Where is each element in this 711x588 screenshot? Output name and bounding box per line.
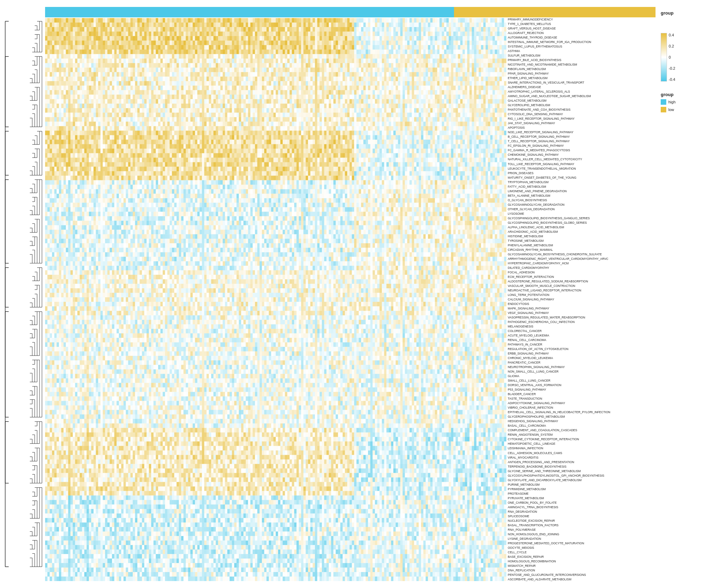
- scale-label-neg02: -0.2: [669, 66, 675, 70]
- row-label: PYRIMIDINE_METABOLISM: [508, 488, 656, 491]
- row-label: CYTOKINE_CYTOKINE_RECEPTOR_INTERACTION: [508, 438, 656, 441]
- row-label: ASTHMA: [508, 50, 656, 53]
- row-label: GLYCOSPHINGOLIPID_BIOSYNTHESIS_GLOBO_SER…: [508, 221, 656, 224]
- row-label: COLORECTAL_CANCER: [508, 330, 656, 333]
- row-label: GLYCOSPHINGOLIPID_BIOSYNTHESIS_GANGLIO_S…: [508, 217, 656, 220]
- row-label: DILATED_CARDIOMYOPATHY: [508, 266, 656, 270]
- row-label: RIBOFLAVIN_METABOLISM: [508, 68, 656, 71]
- row-label: AMYOTROPHIC_LATERAL_SCLEROSIS_ALS: [508, 90, 656, 93]
- group-bar: [45, 7, 656, 17]
- row-label: AMINOACYL_TRNA_BIOSYNTHESIS: [508, 506, 656, 509]
- row-label: TASTE_TRANSDUCTION: [508, 397, 656, 400]
- row-label: MAPK_SIGNALING_PATHWAY: [508, 307, 656, 310]
- row-label: PHENYLALANINE_METABOLISM: [508, 244, 656, 247]
- row-label: BASAL_TRANSCRIPTION_FACTORS: [508, 524, 656, 527]
- scale-label-neg04: -0.4: [669, 77, 675, 82]
- row-label: GALACTOSE_METABOLISM: [508, 99, 656, 102]
- row-label: HOMOLOGOUS_RECOMBINATION: [508, 560, 656, 563]
- row-label: GLYCOSYLPHOSPHATIDYLINOSITOL_GPI_ANCHOR_…: [508, 474, 656, 477]
- row-label: CHRONIC_MYELOID_LEUKEMIA: [508, 357, 656, 360]
- group-label-top: group: [661, 10, 708, 16]
- row-label: PANTOTHENATE_AND_COA_BIOSYNTHESIS: [508, 108, 656, 111]
- row-label: NEUROTROPHIN_SIGNALING_PATHWAY: [508, 366, 656, 369]
- row-label: PRIMARY_IMMUNODEFICIENCY: [508, 18, 656, 21]
- row-label: PROGESTERONE_MEDIATED_OOCYTE_MATURATION: [508, 542, 656, 545]
- row-label: FOCAL_ADHESION: [508, 271, 656, 274]
- row-label: ERBB_SIGNALING_PATHWAY: [508, 352, 656, 355]
- row-label: REGULATION_OF_ACTIN_CYTOSKELETON: [508, 348, 656, 351]
- row-label: RNA_POLYMERASE: [508, 528, 656, 531]
- row-label: FC_EPSILON_RI_SIGNALING_PATHWAY: [508, 144, 656, 147]
- row-label: TOLL_LIKE_RECEPTOR_SIGNALING_PATHWAY: [508, 163, 656, 166]
- row-label: VEGF_SIGNALING_PATHWAY: [508, 312, 656, 315]
- row-label: ASCORBATE_AND_ALDARATE_METABOLISM: [508, 578, 656, 581]
- color-scale-bar: [661, 33, 667, 82]
- row-label: FC_GAMMA_R_MEDIATED_PHAGOCYTOSIS: [508, 149, 656, 152]
- row-label: ARACHIDONIC_ACID_METABOLISM: [508, 230, 656, 233]
- row-label: GLYCEROLIPID_METABOLISM: [508, 104, 656, 107]
- color-scale-legend: 0.4 0.2 0 -0.2 -0.4: [661, 33, 708, 82]
- row-label: PYRUVATE_METABOLISM: [508, 497, 656, 500]
- row-label: ALPHA_LINOLENIC_ACID_METABOLISM: [508, 226, 656, 229]
- row-label: MATURITY_ONSET_DIABETES_OF_THE_YOUNG: [508, 176, 656, 179]
- row-label: RENIN_ANGIOTENSIN_SYSTEM: [508, 433, 656, 436]
- group-legend-title: group: [661, 92, 708, 97]
- row-label: BETA_ALANINE_METABOLISM: [508, 194, 656, 197]
- row-label: PATHWAYS_IN_CANCER: [508, 343, 656, 346]
- row-label: GLYCOSAMINOGLYCAN_DEGRADATION: [508, 203, 656, 206]
- row-label: NEUROACTIVE_LIGAND_RECEPTOR_INTERACTION: [508, 289, 656, 292]
- row-label: HISTIDINE_METABOLISM: [508, 235, 656, 238]
- row-label: GLYCINE_SERINE_AND_THREONINE_METABOLISM: [508, 470, 656, 473]
- row-label: HEDGEHOG_SIGNALING_PATHWAY: [508, 420, 656, 423]
- row-label: CHEMOKINE_SIGNALING_PATHWAY: [508, 153, 656, 156]
- row-label: P53_SIGNALING_PATHWAY: [508, 388, 656, 391]
- row-label: BASE_EXCISION_REPAIR: [508, 555, 656, 559]
- legend-item-high: high: [661, 99, 708, 105]
- row-label: CELL_ADHESION_MOLECULES_CAMS: [508, 452, 656, 455]
- row-label: ENDOCYTOSIS: [508, 302, 656, 306]
- row-label: PRION_DISEASES: [508, 172, 656, 175]
- row-label: PENTOSE_AND_GLUCURONATE_INTERCONVERSIONS: [508, 573, 656, 577]
- row-label: GLYOXYLATE_AND_DICARBOXYLATE_METABOLISM: [508, 479, 656, 482]
- row-label: TYPE_1_DIABETES_MELLITUS: [508, 23, 656, 26]
- row-label: ETHER_LIPID_METABOLISM: [508, 77, 656, 80]
- row-label: NICOTINATE_AND_NICOTINAMIDE_METABOLISM: [508, 63, 656, 66]
- legend-label-high: high: [668, 100, 676, 104]
- row-label: VIRAL_MYOCARDITIS: [508, 456, 656, 459]
- row-label: ONE_CARBON_POOL_BY_FOLATE: [508, 501, 656, 504]
- heatmap-canvas: [45, 18, 506, 581]
- row-label: INTESTINAL_IMMUNE_NETWORK_FOR_IGA_PRODUC…: [508, 41, 656, 44]
- row-label: LEISHMANIA_INFECTION: [508, 447, 656, 450]
- row-label: SNARE_INTERACTIONS_IN_VESICULAR_TRANSPOR…: [508, 81, 656, 84]
- row-label: ADIPOCYTOKINE_SIGNALING_PATHWAY: [508, 402, 656, 405]
- legend-item-low: low: [661, 107, 708, 112]
- row-label: ARRHYTHMOGENIC_RIGHT_VENTRICULAR_CARDIOM…: [508, 257, 656, 261]
- row-label: FATTY_ACID_METABOLISM: [508, 185, 656, 188]
- row-label: B_CELL_RECEPTOR_SIGNALING_PATHWAY: [508, 135, 656, 138]
- row-label: CYTOSOLIC_DNA_SENSING_PATHWAY: [508, 113, 656, 116]
- row-label: PATHOGENIC_ESCHERICHIA_COLI_INFECTION: [508, 321, 656, 324]
- row-label: TERPENOID_BACKBONE_BIOSYNTHESIS: [508, 465, 656, 468]
- row-label: APOPTOSIS: [508, 126, 656, 129]
- row-label: PURINE_METABOLISM: [508, 483, 656, 486]
- row-label: PPAR_SIGNALING_PATHWAY: [508, 72, 656, 75]
- row-label: LEUKOCYTE_TRANSENDOTHELIAL_MIGRATION: [508, 167, 656, 170]
- row-label: PRIMARY_BILE_ACID_BIOSYNTHESIS: [508, 59, 656, 62]
- dendrogram-canvas: [3, 7, 45, 581]
- row-label: MISMATCH_REPAIR: [508, 564, 656, 568]
- legend-color-low: [661, 107, 666, 112]
- row-label: TYROSINE_METABOLISM: [508, 239, 656, 242]
- row-label: AMINO_SUGAR_AND_NUCLEOTIDE_SUGAR_METABOL…: [508, 95, 656, 98]
- row-label: PANCREATIC_CANCER: [508, 361, 656, 364]
- scale-label-0: 0: [669, 55, 675, 59]
- row-label: SYSTEMIC_LUPUS_ERYTHEMATOSUS: [508, 45, 656, 48]
- group-legend: group high low: [661, 92, 708, 112]
- row-label: VIBRIO_CHOLERAE_INFECTION: [508, 406, 656, 409]
- row-label: RENAL_CELL_CARCINOMA: [508, 339, 656, 342]
- row-label: OOCYTE_MEIOSIS: [508, 546, 656, 549]
- row-label: SMALL_CELL_LUNG_CANCER: [508, 379, 656, 382]
- row-label: RIG_I_LIKE_RECEPTOR_SIGNALING_PATHWAY: [508, 117, 656, 120]
- row-label: JAK_STAT_SIGNALING_PATHWAY: [508, 122, 656, 125]
- row-label: GLIOMA: [508, 375, 656, 378]
- row-label: VASOPRESSIN_REGULATED_WATER_REABSORPTION: [508, 316, 656, 319]
